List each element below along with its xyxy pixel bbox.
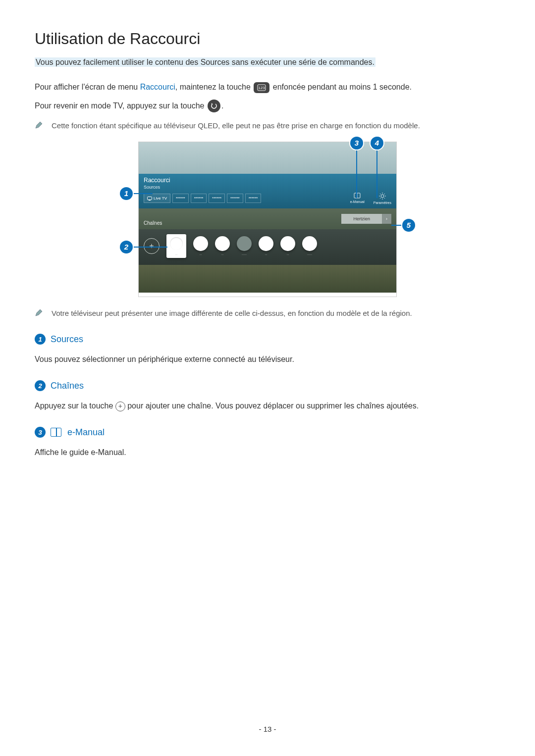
channel-logo	[237, 236, 252, 251]
note-2-text: Votre téléviseur peut présenter une imag…	[52, 308, 412, 319]
raccourci-link[interactable]: Raccourci	[140, 83, 175, 91]
svg-line-13	[380, 198, 381, 199]
settings-label: Paramètres	[374, 201, 391, 204]
channel-label: ···	[199, 253, 202, 256]
chaines-title: Chaînes	[144, 218, 391, 220]
para1-a: Pour afficher l'écran de menu	[35, 83, 140, 91]
badge-2: 2	[35, 380, 46, 391]
chaines-row: + ··· ··· ··· ······ ··· ··· ······	[144, 234, 391, 258]
channel-logo	[170, 237, 183, 250]
section-title: e-Manual	[67, 427, 105, 438]
para2-b: .	[221, 101, 223, 110]
page-number: - 13 -	[0, 725, 535, 733]
para1-b: , maintenez la touche	[175, 83, 253, 91]
source-item[interactable]: ******	[227, 194, 243, 203]
tv-screen: Raccourci Sources Live TV ****** ****** …	[138, 142, 397, 297]
channel-item[interactable]: ···	[259, 236, 273, 256]
callout-2: 2	[120, 241, 133, 253]
paragraph-2: Pour revenir en mode TV, appuyez sur la …	[35, 100, 500, 113]
channel-label: ······	[307, 253, 312, 256]
svg-line-14	[384, 194, 385, 195]
channel-item[interactable]: ······	[237, 236, 252, 256]
s2-body-b: pour ajouter une chaîne. Vous pouvez dép…	[125, 402, 419, 410]
channel-logo	[193, 236, 208, 251]
para2-a: Pour revenir en mode TV, appuyez sur la …	[35, 101, 207, 110]
callout-2-lead	[133, 247, 167, 248]
add-channel-button[interactable]: +	[144, 238, 160, 254]
note-1: Cette fonction étant spécifique au télév…	[35, 120, 500, 132]
section-title: Chaînes	[51, 381, 84, 391]
tv-icon	[147, 197, 152, 201]
badge-3: 3	[35, 427, 46, 438]
sources-row: Live TV ****** ****** ****** ****** ****…	[144, 193, 391, 204]
return-button-icon	[208, 100, 220, 112]
section-head: 3 e-Manual	[35, 427, 500, 438]
badge-1: 1	[35, 334, 46, 345]
note-2: Votre téléviseur peut présenter une imag…	[35, 308, 500, 319]
sources-panel: Raccourci Sources Live TV ****** ****** …	[139, 174, 396, 208]
channel-card[interactable]: ···	[166, 234, 186, 258]
callout-3-lead	[356, 150, 357, 198]
chaines-panel: Chaînes + ··· ··· ··· ······ ··· ··· ···…	[139, 229, 396, 265]
gear-icon	[379, 193, 386, 200]
callout-4-lead	[376, 150, 377, 198]
channel-item[interactable]: ···	[280, 236, 295, 256]
source-live-tv[interactable]: Live TV	[144, 194, 170, 203]
number-button-icon: 123	[254, 82, 269, 93]
page: Utilisation de Raccourci Vous pouvez fac…	[0, 0, 535, 756]
intro-text: Vous pouvez facilement utiliser le conte…	[35, 57, 375, 67]
page-title: Utilisation de Raccourci	[35, 30, 500, 48]
svg-line-12	[384, 198, 385, 199]
svg-text:123: 123	[259, 86, 266, 90]
book-icon	[354, 193, 361, 199]
channel-item[interactable]: ······	[302, 236, 317, 256]
para1-c: enfoncée pendant au moins 1 seconde.	[273, 83, 412, 91]
note-1-text: Cette fonction étant spécifique au télév…	[52, 120, 420, 132]
channel-label: ···	[265, 253, 267, 256]
channel-item[interactable]: ···	[193, 236, 208, 256]
section-emanual: 3 e-Manual Affiche le guide e-Manual.	[35, 427, 500, 458]
panel-title: Raccourci	[144, 177, 391, 184]
section-head: 1 Sources	[35, 334, 500, 345]
section-head: 2 Chaînes	[35, 380, 500, 391]
tv-ground	[139, 265, 396, 293]
intro-highlight: Vous pouvez facilement utiliser le conte…	[35, 58, 500, 67]
section-body: Vous pouvez sélectionner un périphérique…	[35, 353, 500, 365]
section-body: Appuyez sur la touche + pour ajouter une…	[35, 400, 500, 412]
channel-label: ···	[221, 253, 223, 256]
source-item[interactable]: ******	[191, 194, 207, 203]
panel-subtitle: Sources	[144, 185, 391, 190]
channel-logo	[259, 236, 273, 251]
section-sources: 1 Sources Vous pouvez sélectionner un pé…	[35, 334, 500, 365]
book-icon	[51, 428, 61, 437]
s2-body-a: Appuyez sur la touche	[35, 402, 115, 410]
callout-3: 3	[350, 137, 363, 150]
section-body: Affiche le guide e-Manual.	[35, 447, 500, 458]
tv-figure: 3 4 1 2 5 Raccourci Sources Live TV ****…	[124, 142, 411, 297]
callout-4: 4	[371, 137, 383, 150]
channel-item[interactable]: ···	[215, 236, 230, 256]
channel-label: ···	[175, 253, 177, 256]
callout-1-lead	[133, 193, 153, 194]
source-item[interactable]: ******	[172, 194, 189, 203]
section-chaines: 2 Chaînes Appuyez sur la touche + pour a…	[35, 380, 500, 412]
channel-logo	[302, 236, 317, 251]
source-live-tv-label: Live TV	[154, 196, 167, 201]
source-item[interactable]: ******	[209, 194, 225, 203]
svg-rect-3	[149, 200, 151, 201]
section-title: Sources	[51, 334, 83, 345]
svg-point-6	[381, 195, 384, 198]
svg-rect-2	[148, 197, 152, 200]
paragraph-1: Pour afficher l'écran de menu Raccourci,…	[35, 81, 500, 94]
plus-icon: +	[115, 402, 125, 411]
callout-5: 5	[402, 219, 415, 232]
channel-label: ···	[286, 253, 289, 256]
channel-logo	[280, 236, 295, 251]
channel-label: ······	[242, 253, 247, 256]
pen-icon	[35, 309, 43, 317]
channel-logo	[215, 236, 230, 251]
emanual-button[interactable]: e-Manual	[350, 193, 365, 204]
pen-icon	[35, 121, 43, 129]
source-item[interactable]: ******	[245, 194, 262, 203]
emanual-label: e-Manual	[350, 200, 365, 203]
